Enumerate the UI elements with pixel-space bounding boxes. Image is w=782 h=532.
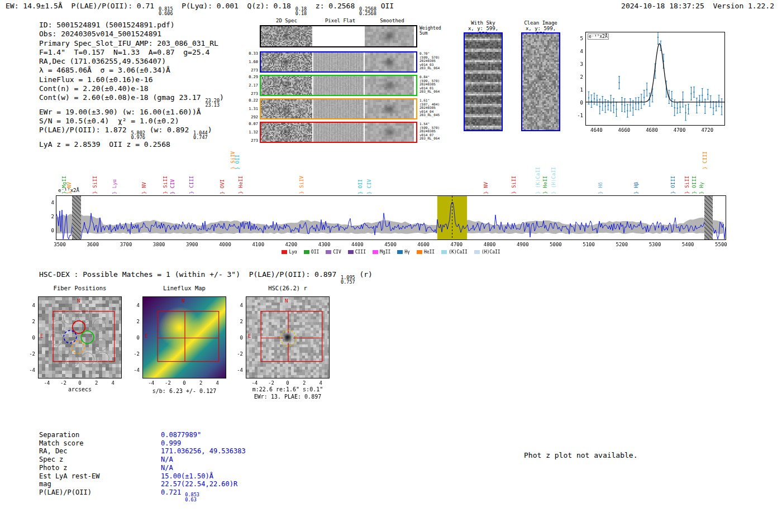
2d-strip-row [260, 51, 417, 73]
legend-label: OII [311, 250, 319, 255]
lineflux-xtick: 0 [178, 380, 191, 386]
catalog-match-table: Separation0.0877989"Match score0.999RA, … [39, 431, 246, 502]
withsky-image [465, 33, 502, 130]
spectrum-xtick: 5300 [645, 242, 665, 247]
line-fit-plot-frame: e⁻¹⁷x2Å [585, 32, 725, 126]
info-line: Cont(w) = 2.60(±0.08)e-18 (gmag 23.17 23… [39, 93, 224, 108]
emission-line-label: } SiII [684, 176, 690, 194]
sup-sub-value: 5.8020.976 [131, 131, 145, 140]
strip-left-value: 0.33 [245, 51, 258, 56]
compass-north: N [182, 298, 184, 304]
line-fit-plot [586, 32, 724, 125]
spectrum-xtick: 4800 [480, 242, 500, 247]
strip-left-value: 273 [245, 138, 258, 143]
2d-strip-spec-image [261, 26, 312, 46]
match-table-label: RA, Dec [39, 447, 161, 456]
emission-line-label: } HeII [238, 176, 244, 194]
2d-strip-flat-image [313, 26, 364, 46]
spectrum-xtick: 4900 [513, 242, 533, 247]
match-table-label: Separation [39, 431, 161, 439]
match-table-row: RA, Dec171.036256, 49.536383 [39, 447, 246, 456]
emission-line-label: } SiII [511, 176, 517, 194]
hsc-ytick: 4 [233, 303, 243, 308]
legend-item: (K)CaII [441, 250, 468, 255]
lineflux-ytick: 4 [130, 303, 140, 308]
2d-strip-right-labels: 0.84"(599, 570)20240305v014_01203_RL_064 [419, 75, 460, 94]
match-table-value: 0.721 0.8530.63 [161, 488, 199, 496]
2d-strip-spec-image [261, 99, 312, 118]
col-header-pixelflat: Pixel Flat [314, 18, 366, 23]
2d-strip-right-labels: WeightedSum [419, 26, 460, 36]
match-table-value: 22.57(22.54,22.60)R [161, 480, 237, 488]
spectrum-xtick: 4400 [347, 242, 368, 247]
hsc-image-frame [246, 296, 330, 378]
match-table-label: mag [39, 480, 161, 488]
legend-item: (H)CaII [474, 250, 500, 255]
strip-right-value: 203_RL_045 [419, 113, 460, 117]
hsc-caption-1: m:22.6 re:1.6" s:0.1" [246, 386, 330, 392]
hsc-image [246, 297, 329, 378]
emission-line-label: } OII [357, 179, 363, 194]
match-table-row: Est LyA rest-EW15.00(±1.50)Å [39, 472, 246, 481]
spectrum-xtick: 3700 [116, 242, 136, 247]
spectrum-xtick: 4000 [215, 242, 235, 247]
info-line: λ = 4685.06Å σ = 3.06(±0.34)Å [39, 66, 224, 75]
2d-strip-spec-image [261, 76, 312, 95]
fit-xtick: 4660 [614, 127, 634, 133]
emission-line-label: } NV [66, 182, 72, 194]
emission-line-label: } Hγ [699, 182, 704, 194]
strip-left-value: 292 [245, 115, 258, 119]
info-line: LineFlux = 1.60(±0.16)e-16 [39, 75, 224, 84]
strip-right-value: Sum [419, 31, 460, 36]
hsc-caption-2: EWr: 13. PLAE: 0.897 [246, 394, 330, 400]
spectrum-xtick: 4100 [248, 242, 268, 247]
clean-title: Clean Image [520, 20, 561, 26]
fiber-ytick: -2 [25, 351, 35, 357]
2d-strip-row [260, 122, 417, 143]
spectrum-legend: LyαOIICIVCIIIMgIIHγHeII(K)CaII(H)CaII [56, 250, 726, 255]
sup-sub-value: 0.25680.2568 [359, 7, 376, 16]
spectrum-ytick: 4 [44, 200, 54, 205]
match-table-label: Est LyA rest-EW [39, 472, 161, 481]
info-line: ID: 5001524891 (5001524891.pdf) [39, 21, 224, 30]
withsky-image-frame [464, 32, 503, 131]
strip-right-value: 203_RL_064 [419, 66, 460, 70]
fiber-title: Fiber Positions [38, 285, 122, 291]
spectrum-xtick: 5100 [579, 242, 599, 247]
legend-swatch [417, 250, 422, 254]
legend-swatch [348, 250, 354, 254]
2d-strip-flat-image [313, 123, 364, 142]
strip-left-value: 0.29 [245, 75, 258, 79]
2d-spec-strips [260, 25, 417, 143]
fiber-xlabel: arcsecs [38, 386, 122, 392]
legend-swatch [282, 250, 287, 254]
col-header-smoothed: Smoothed [367, 18, 417, 23]
2d-strip-spec-image [261, 123, 312, 142]
legend-label: HeII [424, 250, 435, 255]
legend-swatch [326, 250, 331, 254]
compass-north: N [285, 298, 288, 304]
info-line: P(LAE)/P(OII): 1.872 5.8020.976 (w: 0.89… [39, 126, 224, 140]
strip-left-value: 273 [245, 92, 258, 96]
strip-left-value: 273 [245, 68, 258, 73]
spectrum-xtick: 5200 [612, 242, 632, 247]
legend-item: CIV [326, 250, 341, 255]
strip-left-value: 0.22 [245, 98, 258, 103]
fit-ytick: 3 [571, 61, 583, 67]
fit-ytick: -1 [571, 113, 583, 118]
fiber-ytick: 0 [25, 335, 35, 341]
fit-ylabel: e⁻¹⁷x2Å [588, 33, 609, 40]
fiber-xtick: 0 [73, 380, 87, 386]
lineflux-xtick: -2 [161, 380, 174, 386]
info-line: EWr = 19.00(±3.90) (w: 16.00(±1.60))Å [39, 108, 224, 117]
lineflux-ytick: -2 [130, 351, 140, 357]
2d-strip-right-labels: 1.54"(599, 570)20240305v014_07203_RL_064 [419, 122, 460, 141]
lineflux-xtick: -4 [145, 380, 158, 386]
elixer-report-page: EW: 14.9±1.5Å P(LAE)/P(OII): 0.71 0.8150… [0, 0, 782, 532]
emission-line-label: } Lyα [112, 179, 117, 194]
emission-line-label: } NV [141, 182, 147, 194]
info-line: RA,Dec (171.036255,49.536407) [39, 57, 224, 66]
sup-sub-value: 23.2023.13 [205, 98, 220, 108]
legend-swatch [441, 250, 447, 254]
detection-info-block: ID: 5001524891 (5001524891.pdf)Obs: 2024… [39, 21, 224, 149]
